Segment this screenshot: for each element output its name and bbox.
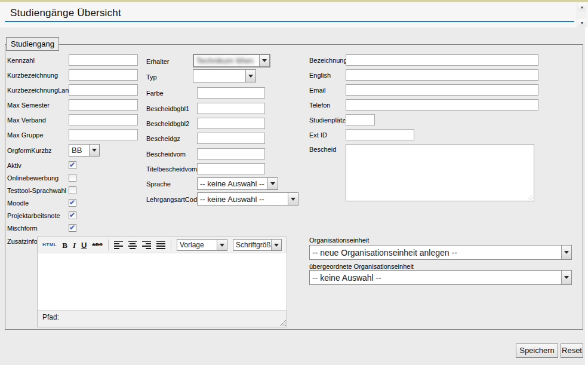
- max-verband-label: Max Verband: [7, 116, 46, 124]
- bold-button[interactable]: B: [62, 241, 67, 249]
- organisationseinheit-label: Organisationseinheit: [309, 237, 369, 244]
- uebergeordnete-organisationseinheit-label: übergeordnete Organisationseinheit: [309, 263, 414, 270]
- email-input[interactable]: [346, 84, 538, 96]
- zusatzinfo-editor: HTML B I U ABC Vorlage Schriftgröße Pfad…: [37, 237, 287, 327]
- onlinebewerbung-checkbox[interactable]: ✔: [69, 174, 76, 182]
- mischform-label: Mischform: [7, 225, 38, 232]
- max-gruppe-input[interactable]: [69, 129, 138, 140]
- justify-icon[interactable]: [156, 241, 165, 249]
- projektarbeitsnote-checkbox[interactable]: ✔: [69, 211, 76, 219]
- bescheid-label: Bescheid: [309, 146, 336, 153]
- studiengaenge-page: { "header": { "title": "Studiengänge Übe…: [0, 0, 588, 365]
- projektarbeitsnote-label: Projektarbeitsnote: [7, 212, 60, 219]
- orgformkurzbz-label: OrgformKurzbz: [7, 147, 52, 154]
- check-icon: ✔: [69, 211, 75, 219]
- schriftgroesse-select[interactable]: Schriftgröße: [233, 239, 282, 251]
- sprache-select[interactable]: -- keine Auswahl --: [197, 177, 278, 190]
- editor-toolbar: HTML B I U ABC Vorlage Schriftgröße: [38, 237, 287, 253]
- english-label: English: [309, 72, 331, 79]
- scroll-up-icon[interactable]: ▲: [578, 3, 586, 11]
- telefon-label: Telefon: [309, 102, 330, 109]
- ext-id-input[interactable]: [346, 129, 414, 140]
- moodle-checkbox[interactable]: ✔: [69, 199, 76, 207]
- typ-select[interactable]: [193, 69, 256, 82]
- bescheidbgbl2-input[interactable]: [197, 118, 265, 129]
- bezeichnung-label: Bezeichnung: [309, 57, 347, 64]
- bescheidbgbl1-input[interactable]: [197, 103, 265, 114]
- check-icon: ✔: [69, 223, 75, 232]
- dropdown-arrow-icon: [267, 178, 278, 189]
- reset-button[interactable]: Reset: [561, 343, 583, 358]
- max-semester-input[interactable]: [69, 99, 138, 111]
- toolbar-separator: [171, 240, 171, 250]
- bescheidbgbl1-label: Bescheidbgbl1: [146, 105, 189, 112]
- bescheidgz-input[interactable]: [197, 133, 265, 144]
- kurzbezeichnunglang-label: KurzbezeichnungLang: [7, 87, 72, 94]
- dropdown-arrow-icon: [217, 240, 227, 250]
- farbe-label: Farbe: [146, 90, 164, 97]
- bescheidgz-label: Bescheidgz: [146, 135, 180, 142]
- html-source-button[interactable]: HTML: [42, 243, 57, 247]
- aktiv-label: Aktiv: [7, 162, 21, 169]
- organisationseinheit-select[interactable]: -- neue Organisationseinheit anlegen --: [309, 245, 572, 260]
- speichern-button[interactable]: Speichern: [516, 343, 558, 358]
- check-icon: ✔: [69, 161, 75, 169]
- header-scrollbar[interactable]: ▲ ▼: [577, 2, 586, 27]
- kurzbezeichnunglang-input[interactable]: [69, 84, 138, 96]
- aktiv-checkbox[interactable]: ✔: [69, 161, 76, 169]
- erhalter-label: Erhalter: [146, 58, 170, 65]
- bescheid-textarea-wrap: [346, 144, 534, 201]
- sprache-label: Sprache: [146, 180, 171, 188]
- max-semester-label: Max Semester: [7, 102, 50, 109]
- align-center-icon[interactable]: [128, 241, 137, 249]
- page-header: Studiengänge Übersicht ▲ ▼: [0, 2, 588, 27]
- moodle-label: Moodle: [7, 200, 29, 207]
- editor-content[interactable]: [38, 253, 287, 310]
- titelbescheidvom-input[interactable]: [197, 163, 265, 174]
- lehrgangsartcode-select[interactable]: -- keine Auswahl --: [197, 192, 298, 205]
- resize-grip-icon[interactable]: [279, 320, 286, 326]
- align-right-icon[interactable]: [142, 241, 151, 249]
- underline-button[interactable]: U: [81, 241, 87, 249]
- page-title: Studiengänge Übersicht: [10, 7, 121, 19]
- mischform-checkbox[interactable]: ✔: [69, 224, 76, 232]
- zusatzinfo-label: Zusatzinfo: [7, 238, 38, 245]
- onlinebewerbung-label: Onlinebewerbung: [7, 174, 59, 182]
- max-gruppe-label: Max Gruppe: [7, 131, 44, 139]
- kurzbezeichnung-label: Kurzbezeichnung: [7, 72, 58, 79]
- strikethrough-button[interactable]: ABC: [92, 243, 102, 247]
- bescheidvom-input[interactable]: [197, 148, 265, 160]
- toolbar-separator: [108, 240, 109, 250]
- erhalter-select[interactable]: Technikum Wien: [193, 54, 270, 68]
- titelbescheidvom-label: Titelbescheidvom: [146, 165, 197, 173]
- bezeichnung-input[interactable]: [346, 54, 538, 66]
- italic-button[interactable]: I: [73, 241, 76, 249]
- orgformkurzbz-select[interactable]: BB: [69, 144, 100, 157]
- kurzbezeichnung-input[interactable]: [69, 69, 138, 81]
- studiengang-legend: Studiengang: [6, 37, 59, 51]
- title-divider: [5, 21, 574, 22]
- english-input[interactable]: [346, 69, 538, 81]
- dropdown-arrow-icon: [288, 193, 298, 205]
- orgformkurzbz-value: BB: [69, 145, 89, 156]
- align-left-icon[interactable]: [114, 241, 123, 249]
- bescheidvom-label: Bescheidvom: [146, 151, 186, 158]
- studienplaetze-label: Studienplätze: [309, 116, 349, 124]
- bescheidbgbl2-label: Bescheidbgbl2: [146, 120, 189, 127]
- dropdown-arrow-icon: [89, 145, 99, 156]
- kennzahl-label: Kennzahl: [7, 57, 35, 64]
- kennzahl-input[interactable]: [69, 54, 138, 66]
- testtool-sprachwahl-checkbox[interactable]: ✔: [69, 186, 76, 194]
- scroll-down-icon[interactable]: ▼: [578, 19, 586, 27]
- max-verband-input[interactable]: [69, 114, 138, 125]
- bescheid-textarea[interactable]: [346, 144, 534, 201]
- ext-id-label: Ext ID: [309, 131, 327, 139]
- uebergeordnete-organisationseinheit-select[interactable]: -- keine Auswahl --: [309, 270, 572, 285]
- vorlage-select[interactable]: Vorlage: [177, 239, 227, 251]
- dropdown-arrow-icon: [561, 271, 571, 284]
- telefon-input[interactable]: [346, 99, 538, 111]
- dropdown-arrow-icon: [561, 246, 571, 259]
- dropdown-arrow-icon: [259, 55, 269, 66]
- studienplaetze-input[interactable]: [346, 114, 375, 125]
- farbe-input[interactable]: [197, 87, 265, 99]
